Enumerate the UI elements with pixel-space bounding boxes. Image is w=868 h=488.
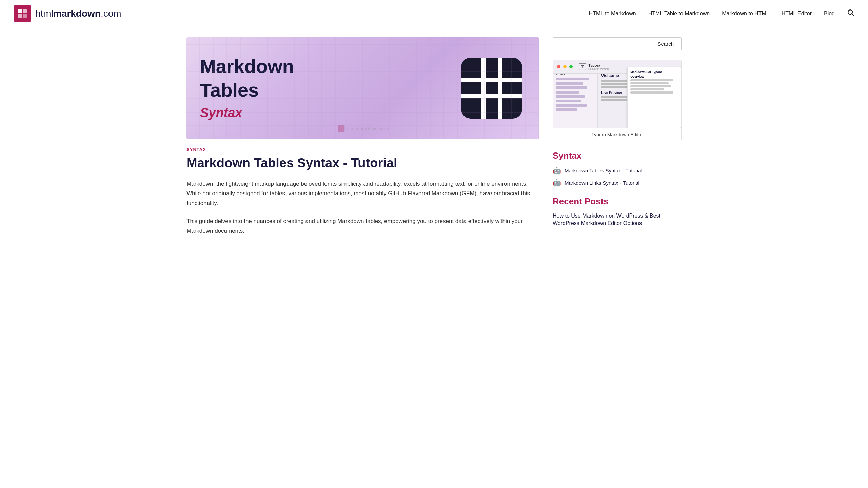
typora-mock-screen: T Typora Focus on Writing ARTICLES [553, 60, 681, 128]
svg-rect-1 [23, 9, 27, 13]
window-dot-yellow [563, 65, 567, 68]
hero-image: Markdown Tables Syntax htm [186, 37, 539, 139]
table-grid-icon [458, 54, 526, 122]
nav-html-table-to-markdown[interactable]: HTML Table to Markdown [648, 11, 710, 17]
window-dot-green [569, 65, 573, 68]
typora-sidebar-mock: ARTICLES [553, 70, 598, 128]
header: htmlmarkdown.com HTML to Markdown HTML T… [0, 0, 868, 27]
robot-icon-1: 🤖 [553, 166, 561, 175]
syntax-section-title: Syntax [553, 150, 682, 161]
article-paragraph-1: Markdown, the lightweight markup languag… [186, 179, 539, 209]
typora-caption: Typora Markdown Editor [553, 128, 681, 141]
logo[interactable]: htmlmarkdown.com [14, 5, 121, 22]
recent-posts-title: Recent Posts [553, 196, 682, 207]
svg-rect-3 [23, 14, 27, 18]
svg-rect-6 [461, 58, 522, 119]
syntax-link-1[interactable]: Markdown Tables Syntax - Tutorial [565, 168, 642, 174]
page-container: Markdown Tables Syntax htm [180, 27, 688, 255]
hero-title-line1: Markdown [200, 56, 294, 77]
hero-text-block: Markdown Tables Syntax [200, 56, 294, 120]
syntax-link-item-1: 🤖 Markdown Tables Syntax - Tutorial [553, 166, 682, 175]
grid-icon-container [458, 54, 526, 122]
sidebar-recent-posts-section: Recent Posts How to Use Markdown on Word… [553, 196, 682, 227]
typora-content-area: ARTICLES Welcome [553, 70, 681, 128]
main-nav: HTML to Markdown HTML Table to Markdown … [589, 9, 854, 18]
hero-title-line2: Tables [200, 80, 294, 101]
sidebar-syntax-section: Syntax 🤖 Markdown Tables Syntax - Tutori… [553, 150, 682, 187]
typora-brand-label: Typora [588, 63, 609, 67]
hero-subtitle: Syntax [200, 106, 294, 120]
window-dot-red [557, 65, 560, 68]
logo-text: htmlmarkdown.com [35, 8, 121, 19]
typora-card: T Typora Focus on Writing ARTICLES [553, 60, 682, 141]
sidebar: Search T Typora Focus on Writing [553, 37, 682, 244]
robot-icon-2: 🤖 [553, 179, 561, 187]
typora-image-wrapper: T Typora Focus on Writing ARTICLES [553, 60, 681, 128]
header-search-icon[interactable] [847, 9, 854, 18]
nav-html-to-markdown[interactable]: HTML to Markdown [589, 11, 636, 17]
typora-overlay: Markdown For Typora Overview [627, 67, 681, 128]
nav-html-editor[interactable]: HTML Editor [782, 11, 812, 17]
recent-post-link-1[interactable]: How to Use Markdown on WordPress & Best … [553, 213, 660, 226]
svg-line-5 [852, 14, 854, 16]
search-input[interactable] [553, 38, 650, 50]
svg-rect-2 [18, 14, 22, 18]
typora-tagline-label: Focus on Writing [588, 67, 609, 70]
article-title: Markdown Tables Syntax - Tutorial [186, 156, 539, 171]
nav-blog[interactable]: Blog [824, 11, 835, 17]
svg-rect-0 [18, 9, 22, 13]
typora-t-logo: T [579, 63, 586, 70]
main-content: Markdown Tables Syntax htm [186, 37, 539, 244]
watermark: htmlmarkdown.com [338, 125, 388, 132]
nav-markdown-to-html[interactable]: Markdown to HTML [722, 11, 769, 17]
search-box: Search [553, 37, 682, 50]
article-paragraph-2: This guide delves into the nuances of cr… [186, 217, 539, 236]
syntax-link-2[interactable]: Markdown Links Syntax - Tutorial [565, 180, 639, 186]
syntax-link-item-2: 🤖 Markdown Links Syntax - Tutorial [553, 179, 682, 187]
category-label: SYNTAX [186, 147, 539, 152]
search-button[interactable]: Search [650, 38, 681, 50]
logo-icon [14, 5, 31, 22]
